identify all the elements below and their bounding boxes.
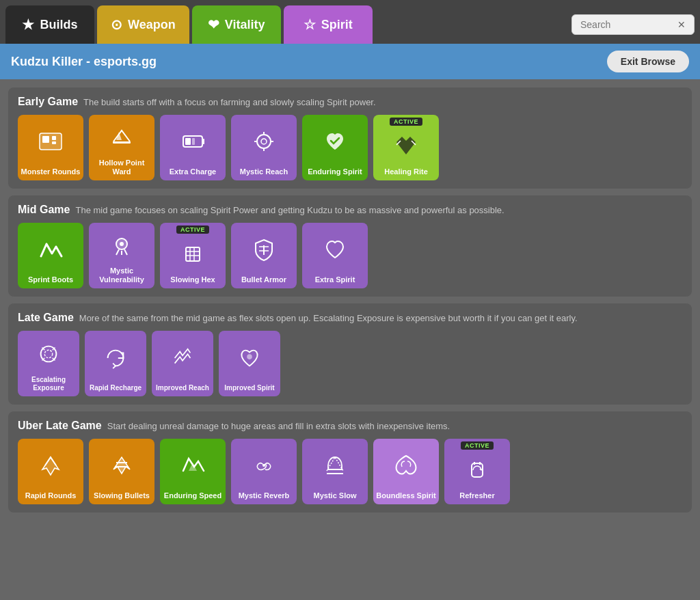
tab-spirit[interactable]: ☆ Spirit [284, 5, 373, 44]
slowing-bullets-icon [92, 441, 152, 490]
item-slowing-bullets[interactable]: Slowing Bullets [89, 439, 154, 504]
item-boundless-spirit[interactable]: Boundless Spirit [373, 439, 439, 504]
phase-label-mid: Mid Game [18, 204, 70, 216]
svg-point-22 [44, 350, 52, 357]
boundless-spirit-icon [376, 441, 436, 490]
extra-charge-icon [163, 118, 223, 166]
item-label: Rapid Recharge [90, 384, 142, 392]
search-container: ✕ [571, 14, 695, 35]
item-label: Mystic Reverb [239, 491, 290, 500]
item-label: Hollow Point Ward [92, 159, 152, 176]
active-badge: ACTIVE [390, 118, 422, 126]
item-improved-reach[interactable]: Improved Reach [152, 331, 213, 396]
item-extra-charge[interactable]: Extra Charge [160, 115, 226, 180]
item-monster-rounds[interactable]: Monster Rounds [18, 115, 83, 180]
item-rapid-recharge[interactable]: Rapid Recharge [85, 331, 146, 396]
item-sprint-boots[interactable]: Sprint Boots [18, 223, 83, 288]
spirit-icon: ☆ [304, 16, 316, 33]
item-label: Extra Spirit [315, 275, 355, 284]
item-label: Bullet Armor [241, 275, 286, 284]
search-input[interactable] [580, 19, 669, 30]
tab-builds-label: Builds [40, 18, 77, 32]
tab-builds[interactable]: ★ Builds [5, 5, 94, 44]
item-label: Enduring Spirit [308, 167, 362, 176]
svg-point-10 [261, 139, 267, 144]
phase-desc-mid: The mid game focuses on scaling Spirit P… [75, 205, 504, 215]
item-mystic-vulnerability[interactable]: Mystic Vulnerability [89, 223, 154, 288]
item-label: Refresher [459, 491, 494, 500]
uber-game-items: Rapid Rounds Slowing Bullets [18, 439, 682, 504]
phase-desc-late: More of the same from the mid game as fl… [79, 313, 578, 323]
item-improved-spirit[interactable]: Improved Spirit [219, 331, 280, 396]
item-label: Rapid Rounds [25, 491, 77, 500]
item-mystic-slow[interactable]: Mystic Slow [302, 439, 368, 504]
bullet-armor-icon [234, 226, 294, 274]
svg-rect-7 [185, 138, 191, 145]
rapid-recharge-icon [88, 333, 144, 383]
phase-desc-uber: Start dealing unreal damage to huge area… [107, 421, 450, 431]
sections-container: Early Game The build starts off with a f… [0, 79, 700, 521]
phase-label-late: Late Game [18, 312, 74, 324]
item-label: Sprint Boots [28, 275, 73, 284]
extra-spirit-icon [305, 226, 365, 274]
item-label: Enduring Speed [164, 491, 221, 500]
section-mid-game: Mid Game The mid game focuses on scaling… [8, 195, 692, 297]
escalating-exposure-icon [21, 333, 77, 374]
svg-rect-3 [52, 141, 56, 144]
svg-point-9 [257, 135, 271, 148]
tab-vitality[interactable]: ❤ Vitality [192, 5, 281, 44]
exit-browse-button[interactable]: Exit Browse [607, 51, 689, 72]
active-badge-hex: ACTIVE [176, 226, 209, 234]
enduring-spirit-icon [305, 118, 365, 166]
section-uber-header: Uber Late Game Start dealing unreal dama… [18, 420, 682, 432]
item-hollow-point-ward[interactable]: Hollow Point Ward [89, 115, 154, 180]
svg-rect-1 [42, 136, 49, 143]
svg-rect-13 [186, 247, 200, 261]
search-close-icon[interactable]: ✕ [677, 19, 686, 30]
svg-point-26 [262, 464, 265, 467]
improved-reach-icon [154, 333, 211, 383]
item-bullet-armor[interactable]: Bullet Armor [231, 223, 297, 288]
enduring-speed-icon [163, 441, 223, 490]
item-escalating-exposure[interactable]: Escalating Exposure [18, 331, 79, 396]
item-enduring-speed[interactable]: Enduring Speed [160, 439, 226, 504]
item-extra-spirit[interactable]: Extra Spirit [302, 223, 368, 288]
late-game-items: Escalating Exposure Rapid Recharge [18, 331, 682, 396]
item-mystic-reverb[interactable]: Mystic Reverb [231, 439, 297, 504]
item-label: Extra Charge [170, 167, 216, 176]
item-enduring-spirit[interactable]: Enduring Spirit [302, 115, 368, 180]
mystic-reverb-icon [234, 441, 294, 490]
sprint-boots-icon [21, 226, 81, 274]
monster-rounds-icon [21, 118, 81, 166]
item-mystic-reach[interactable]: Mystic Reach [231, 115, 297, 180]
tab-vitality-label: Vitality [225, 18, 265, 32]
main-content: Kudzu Killer - esports.gg Exit Browse Ea… [0, 44, 700, 600]
rapid-rounds-icon [21, 441, 81, 490]
tab-spirit-label: Spirit [321, 18, 353, 32]
item-label: Slowing Bullets [94, 491, 150, 500]
vitality-icon: ❤ [208, 16, 219, 33]
phase-desc-early: The build starts off with a focus on far… [83, 97, 376, 107]
section-uber-late-game: Uber Late Game Start dealing unreal dama… [8, 411, 692, 513]
item-rapid-rounds[interactable]: Rapid Rounds [18, 439, 83, 504]
phase-label-uber: Uber Late Game [18, 420, 102, 432]
weapon-icon: ⊙ [111, 16, 122, 33]
item-refresher[interactable]: ACTIVE Refresher [444, 439, 510, 504]
page-title: Kudzu Killer - esports.gg [11, 55, 157, 69]
hollow-point-ward-icon [92, 118, 152, 157]
improved-spirit-icon [221, 333, 278, 383]
item-healing-rite[interactable]: ACTIVE Healing Rite [373, 115, 439, 180]
mid-game-items: Sprint Boots Mystic Vulnerability [18, 223, 682, 288]
tab-weapon-label: Weapon [128, 18, 176, 32]
item-label: Mystic Vulnerability [92, 267, 152, 284]
svg-rect-2 [52, 136, 56, 140]
mystic-reach-icon [234, 118, 294, 166]
tab-weapon[interactable]: ⊙ Weapon [97, 5, 189, 44]
early-game-items: Monster Rounds Hollow Point Ward [18, 115, 682, 180]
item-label: Healing Rite [384, 167, 428, 176]
item-slowing-hex[interactable]: ACTIVE Slowing Hex [160, 223, 226, 288]
svg-point-12 [120, 242, 124, 246]
phase-label-early: Early Game [18, 96, 78, 108]
svg-rect-6 [202, 139, 204, 144]
item-label: Mystic Reach [240, 167, 288, 176]
